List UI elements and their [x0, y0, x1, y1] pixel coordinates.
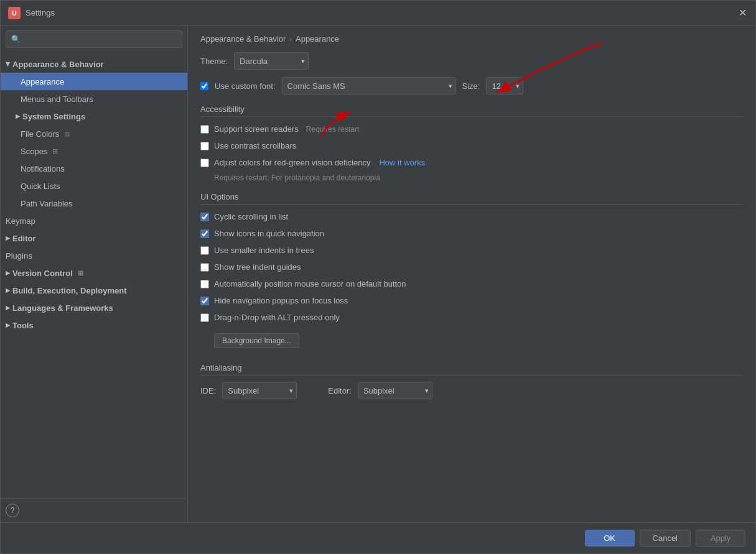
- search-box[interactable]: 🔍: [6, 30, 182, 48]
- theme-select-wrapper: Darcula IntelliJ Light High Contrast: [234, 52, 309, 70]
- sidebar-item-file-colors[interactable]: File Colors ⊞: [1, 125, 187, 142]
- main-content: Appearance & Behavior › Appearance Theme…: [188, 25, 755, 522]
- requires-restart-note: Requires restart: [306, 125, 359, 134]
- hide-nav-popups-label[interactable]: Hide navigation popups on focus loss: [214, 296, 348, 305]
- drag-n-drop-checkbox[interactable]: [200, 313, 209, 322]
- auto-mouse-cursor-checkbox[interactable]: [200, 280, 209, 289]
- red-green-label[interactable]: Adjust colors for red-green vision defic…: [214, 158, 370, 167]
- show-icons-row: Show icons in quick navigation: [200, 228, 743, 239]
- sidebar-item-label: Quick Lists: [21, 182, 60, 191]
- antialiasing-editor-select[interactable]: Subpixel Greyscale No antialiasing: [358, 382, 432, 399]
- sidebar-item-label: Appearance & Behavior: [12, 60, 104, 69]
- help-button[interactable]: ?: [6, 504, 19, 517]
- drag-n-drop-row: Drag-n-Drop with ALT pressed only: [200, 312, 743, 323]
- sidebar-item-scopes[interactable]: Scopes ⊞: [1, 142, 187, 160]
- sidebar-item-version-control[interactable]: ▶ Version Control ⊞: [1, 264, 187, 282]
- how-it-works-link[interactable]: How it works: [379, 158, 425, 167]
- red-green-checkbox[interactable]: [200, 159, 209, 167]
- smaller-indents-checkbox[interactable]: [200, 246, 209, 255]
- theme-row: Theme: Darcula IntelliJ Light High Contr…: [200, 52, 743, 70]
- sidebar-item-appearance-behavior[interactable]: ▶ Appearance & Behavior: [1, 55, 187, 73]
- smaller-indents-row: Use smaller indents in trees: [200, 244, 743, 256]
- sidebar-item-keymap[interactable]: Keymap: [1, 212, 187, 229]
- red-green-hint: Requires restart. For protanopia and deu…: [214, 173, 743, 182]
- hide-nav-popups-row: Hide navigation popups on focus loss: [200, 295, 743, 307]
- contrast-scrollbars-checkbox[interactable]: [200, 142, 209, 150]
- theme-label: Theme:: [200, 57, 228, 66]
- search-input[interactable]: [24, 35, 177, 44]
- size-label: Size:: [462, 81, 480, 91]
- tree-indent-guides-label[interactable]: Show tree indent guides: [214, 262, 301, 272]
- triangle-icon: ▶: [6, 270, 10, 276]
- background-image-button[interactable]: Background Image...: [214, 333, 299, 348]
- content-area: 🔍 ▶ Appearance & Behavior Appearance Men…: [1, 25, 755, 522]
- size-select[interactable]: 10 11 12 13 14: [486, 77, 523, 95]
- app-icon: U: [8, 7, 21, 19]
- settings-panel: Theme: Darcula IntelliJ Light High Contr…: [188, 50, 755, 522]
- accessibility-section-title: Accessibility: [200, 104, 743, 117]
- antialiasing-ide-select-wrapper: Subpixel Greyscale No antialiasing: [222, 382, 297, 399]
- sidebar-item-build-execution[interactable]: ▶ Build, Execution, Deployment: [1, 282, 187, 299]
- smaller-indents-label[interactable]: Use smaller indents in trees: [214, 246, 314, 255]
- sidebar-item-label: Tools: [12, 321, 34, 330]
- ok-button[interactable]: OK: [585, 530, 635, 547]
- copy-icon: ⊞: [64, 130, 70, 138]
- cyclic-scrolling-checkbox[interactable]: [200, 213, 209, 221]
- sidebar-item-label: Path Variables: [21, 199, 73, 208]
- tree-indent-guides-checkbox[interactable]: [200, 263, 209, 272]
- sidebar-bottom: ?: [1, 498, 187, 522]
- font-select[interactable]: Comic Sans MS Arial Segoe UI Consolas: [282, 77, 456, 95]
- auto-mouse-cursor-label[interactable]: Automatically position mouse cursor on d…: [214, 279, 406, 289]
- show-icons-label[interactable]: Show icons in quick navigation: [214, 229, 324, 238]
- cyclic-scrolling-label[interactable]: Cyclic scrolling in list: [214, 212, 288, 221]
- cancel-button[interactable]: Cancel: [640, 530, 691, 547]
- auto-mouse-cursor-row: Automatically position mouse cursor on d…: [200, 278, 743, 290]
- contrast-scrollbars-label[interactable]: Use contrast scrollbars: [214, 141, 296, 150]
- cyclic-scrolling-row: Cyclic scrolling in list: [200, 211, 743, 223]
- triangle-icon: ▶: [16, 113, 20, 119]
- triangle-icon: ▶: [6, 235, 10, 241]
- sidebar-item-label: Notifications: [21, 164, 65, 173]
- sidebar-item-tools[interactable]: ▶ Tools: [1, 316, 187, 334]
- sidebar-item-system-settings[interactable]: ▶ System Settings: [1, 108, 187, 125]
- screen-readers-label[interactable]: Support screen readers: [214, 124, 299, 134]
- close-button[interactable]: ✕: [737, 7, 748, 19]
- screen-readers-checkbox[interactable]: [200, 125, 209, 134]
- screen-readers-row: Support screen readers Requires restart: [200, 123, 743, 135]
- custom-font-label[interactable]: Use custom font:: [215, 81, 276, 91]
- drag-n-drop-label[interactable]: Drag-n-Drop with ALT pressed only: [214, 313, 340, 322]
- sidebar-item-label: File Colors: [21, 129, 59, 139]
- sidebar-item-label: Scopes: [21, 147, 47, 156]
- sidebar-item-label: Languages & Frameworks: [12, 303, 113, 313]
- show-icons-checkbox[interactable]: [200, 229, 209, 238]
- search-icon: 🔍: [11, 35, 21, 44]
- tree-indent-guides-row: Show tree indent guides: [200, 261, 743, 273]
- main-wrapper: Appearance & Behavior › Appearance Theme…: [188, 25, 755, 522]
- sidebar-item-label: System Settings: [22, 112, 85, 121]
- triangle-icon: ▶: [6, 322, 10, 328]
- breadcrumb-parent: Appearance & Behavior: [200, 34, 286, 44]
- sidebar-item-notifications[interactable]: Notifications: [1, 160, 187, 177]
- sidebar-item-menus-toolbars[interactable]: Menus and Toolbars: [1, 90, 187, 108]
- sidebar-item-label: Menus and Toolbars: [21, 95, 93, 104]
- antialiasing-row: IDE: Subpixel Greyscale No antialiasing …: [200, 382, 743, 399]
- breadcrumb: Appearance & Behavior › Appearance: [188, 25, 755, 50]
- sidebar-item-plugins[interactable]: Plugins: [1, 247, 187, 264]
- sidebar-item-appearance[interactable]: Appearance: [1, 73, 187, 90]
- sidebar-item-quick-lists[interactable]: Quick Lists: [1, 177, 187, 195]
- theme-select[interactable]: Darcula IntelliJ Light High Contrast: [234, 52, 309, 70]
- apply-button[interactable]: Apply: [696, 530, 745, 547]
- copy-icon: ⊞: [52, 147, 58, 155]
- sidebar-item-path-variables[interactable]: Path Variables: [1, 195, 187, 212]
- dialog-footer: OK Cancel Apply: [1, 522, 755, 553]
- custom-font-checkbox[interactable]: [200, 82, 208, 90]
- sidebar-item-languages-frameworks[interactable]: ▶ Languages & Frameworks: [1, 299, 187, 316]
- breadcrumb-current: Appearance: [296, 34, 339, 44]
- antialiasing-ide-select[interactable]: Subpixel Greyscale No antialiasing: [222, 382, 297, 399]
- triangle-icon: ▶: [5, 62, 11, 67]
- sidebar-item-editor[interactable]: ▶ Editor: [1, 229, 187, 247]
- antialiasing-ide-label: IDE:: [200, 386, 216, 395]
- antialiasing-editor-label: Editor:: [328, 386, 352, 395]
- antialiasing-editor-select-wrapper: Subpixel Greyscale No antialiasing: [358, 382, 432, 399]
- hide-nav-popups-checkbox[interactable]: [200, 297, 209, 305]
